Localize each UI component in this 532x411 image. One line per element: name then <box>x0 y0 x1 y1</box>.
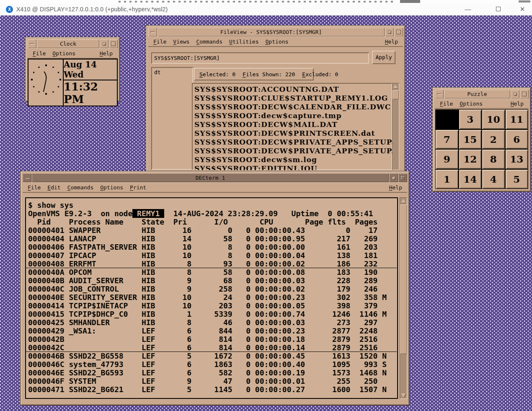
file-list-item[interactable]: SYS$SYSROOT:DECW$CALENDAR_FILE.DWC <box>194 103 392 111</box>
minimize-button[interactable] <box>389 173 398 182</box>
window-menu-button[interactable] <box>148 28 157 36</box>
maximize-icon <box>111 41 116 46</box>
puzzle-titlebar[interactable]: Puzzle <box>435 90 529 98</box>
menu-file[interactable]: File <box>24 184 44 191</box>
minimize-button[interactable] <box>385 28 394 36</box>
file-list-scrollbar[interactable] <box>392 83 399 170</box>
file-list-item[interactable]: SYS$SYSROOT:DECW$PRINTSCREEN.dat <box>194 129 392 138</box>
maximize-button[interactable] <box>488 3 508 15</box>
menu-file[interactable]: File <box>436 101 456 107</box>
puzzle-tile-7[interactable]: 7 <box>436 130 458 149</box>
terminal-line: 0000040A OPCOM HIB 8 58 0 00:00:00.08 18… <box>28 268 397 277</box>
puzzle-tile-12[interactable]: 12 <box>459 150 482 169</box>
terminal-line: Pid Process Name State Pri I/O CPU Page … <box>28 218 397 226</box>
file-list-item[interactable]: SYS$SYSROOT:DECW$PRIVATE_APPS_SETUP.COM <box>194 138 392 147</box>
scroll-up-icon[interactable] <box>393 84 398 88</box>
terminal-line: 00000429 _WSA1: LEF 6 844 0 00:00:00.23 … <box>28 327 397 335</box>
filter-panel[interactable]: dt <box>151 67 193 170</box>
x410-logo-icon: X <box>6 6 13 13</box>
apply-button[interactable]: Apply <box>372 51 395 64</box>
decterm-titlebar[interactable]: DECterm 1 <box>23 173 407 182</box>
window-menu-button[interactable] <box>435 90 444 98</box>
minimize-icon <box>103 43 106 45</box>
close-icon: ✕ <box>520 5 525 13</box>
file-list-item[interactable]: SYS$SYSROOT:CLUE$STARTUP_REMY1.LOG <box>194 94 392 103</box>
maximize-button[interactable] <box>109 39 118 48</box>
puzzle-tile-13[interactable]: 13 <box>506 150 528 169</box>
fileview-titlebar[interactable]: FileView - SYS$SYSROOT:[SYSMGR] <box>148 28 403 36</box>
puzzle-tile-11[interactable]: 11 <box>506 110 528 129</box>
clock-menubar: FileOptionsHelp <box>28 48 118 59</box>
maximize-button[interactable] <box>398 173 407 182</box>
menu-commands[interactable]: Commands <box>193 39 226 45</box>
puzzle-tile-15[interactable]: 15 <box>459 130 482 149</box>
minimize-button[interactable] <box>511 90 519 98</box>
menu-file[interactable]: File <box>29 50 49 57</box>
clock-window: Clock FileOptionsHelp <box>25 37 120 102</box>
puzzle-tile-3[interactable]: 3 <box>459 110 482 129</box>
scrollbar-thumb[interactable] <box>393 90 399 99</box>
maximize-icon <box>522 92 527 96</box>
screen: X X410 @ DISPLAY=127.0.0.1:0.0 (+public,… <box>0 0 532 411</box>
puzzle-tile-2[interactable]: 2 <box>482 130 505 149</box>
maximize-button[interactable] <box>520 90 529 98</box>
puzzle-tile-6[interactable]: 6 <box>506 130 528 149</box>
scrollbar-thumb[interactable] <box>400 204 407 354</box>
minimize-button[interactable] <box>100 39 108 48</box>
puzzle-tile-14[interactable]: 14 <box>459 170 482 189</box>
file-list[interactable]: SYS$SYSROOT:ACCOUNTNG.DATSYS$SYSROOT:CLU… <box>192 83 392 170</box>
file-list-item[interactable]: SYS$SYSROOT:EDITINI.JOU <box>194 164 392 170</box>
puzzle-tile-8[interactable]: 8 <box>482 150 505 169</box>
scroll-up-icon[interactable] <box>401 199 406 203</box>
menu-utilities[interactable]: Utilities <box>226 39 262 45</box>
menu-options[interactable]: Options <box>49 50 79 57</box>
menu-options[interactable]: Options <box>262 39 292 45</box>
terminal-line: 0000042B LEF 6 814 0 00:00:00.18 2879 25… <box>28 335 397 344</box>
menu-help[interactable]: Help <box>382 39 401 45</box>
menu-views[interactable]: Views <box>170 39 193 45</box>
file-list-item[interactable]: SYS$SYSROOT:decw$sm.log <box>194 155 392 164</box>
menu-help[interactable]: Help <box>386 184 405 191</box>
terminal-line: OpenVMS E9.2-3 on node REMY1 14-AUG-2024… <box>28 209 397 218</box>
terminal-scrollbar[interactable] <box>400 197 407 399</box>
puzzle-tile-5[interactable]: 5 <box>506 170 528 189</box>
minimize-button[interactable]: — <box>458 3 478 15</box>
window-menu-icon <box>30 43 34 44</box>
maximize-icon <box>400 176 405 180</box>
menu-help[interactable]: Help <box>507 101 527 107</box>
menu-print[interactable]: Print <box>127 184 150 191</box>
window-menu-icon <box>437 93 442 95</box>
terminal-line: $ show sys <box>28 201 397 209</box>
terminal-line: 00000406 FASTPATH_SERVER HIB 10 8 0 00:0… <box>28 243 397 251</box>
menu-options[interactable]: Options <box>456 101 486 107</box>
puzzle-tile-1[interactable]: 1 <box>436 170 458 189</box>
terminal-line: 0000046B SSHD22_BG558 LEF 5 1672 0 00:00… <box>28 352 397 360</box>
file-list-item[interactable]: SYS$SYSROOT:DECW$PRIVATE_APPS_SETUP.JOU <box>194 147 392 155</box>
clock-title: Clock <box>37 39 99 48</box>
menu-commands[interactable]: Commands <box>64 184 97 191</box>
menu-edit[interactable]: Edit <box>44 184 64 191</box>
window-menu-icon <box>150 31 155 33</box>
os-titlebar[interactable]: X X410 @ DISPLAY=127.0.0.1:0.0 (+public,… <box>0 3 532 16</box>
directory-path-field[interactable]: SYS$SYSROOT:[SYSMGR] <box>151 52 369 64</box>
terminal-screen[interactable]: $ show sysOpenVMS E9.2-3 on node REMY1 1… <box>25 197 398 399</box>
window-menu-button[interactable] <box>23 173 31 182</box>
menu-options[interactable]: Options <box>97 184 127 191</box>
window-menu-button[interactable] <box>28 39 36 48</box>
minimize-icon <box>514 93 517 96</box>
status-files-shown-: Files Shown: 220 <box>243 71 295 78</box>
puzzle-menubar: FileOptionsHelp <box>435 98 529 109</box>
puzzle-tile-4[interactable]: 4 <box>482 170 505 189</box>
maximize-button[interactable] <box>394 28 403 36</box>
clock-titlebar[interactable]: Clock <box>28 39 118 48</box>
file-list-item[interactable]: SYS$SYSROOT:ACCOUNTNG.DAT <box>194 85 392 94</box>
close-button[interactable]: ✕ <box>513 3 532 15</box>
menu-file[interactable]: File <box>150 39 170 45</box>
scroll-down-icon[interactable] <box>401 393 406 398</box>
file-list-item[interactable]: SYS$SYSROOT:decw$capture.tmp <box>194 111 392 120</box>
terminal-line: 00000415 TCPIP$DHCP_C0 HIB 1 5339 0 00:0… <box>28 310 397 318</box>
puzzle-tile-9[interactable]: 9 <box>436 150 458 169</box>
file-list-item[interactable]: SYS$SYSROOT:DECW$MAIL.DAT <box>194 120 392 129</box>
puzzle-tile-10[interactable]: 10 <box>482 110 505 129</box>
menu-help[interactable]: Help <box>96 50 116 57</box>
